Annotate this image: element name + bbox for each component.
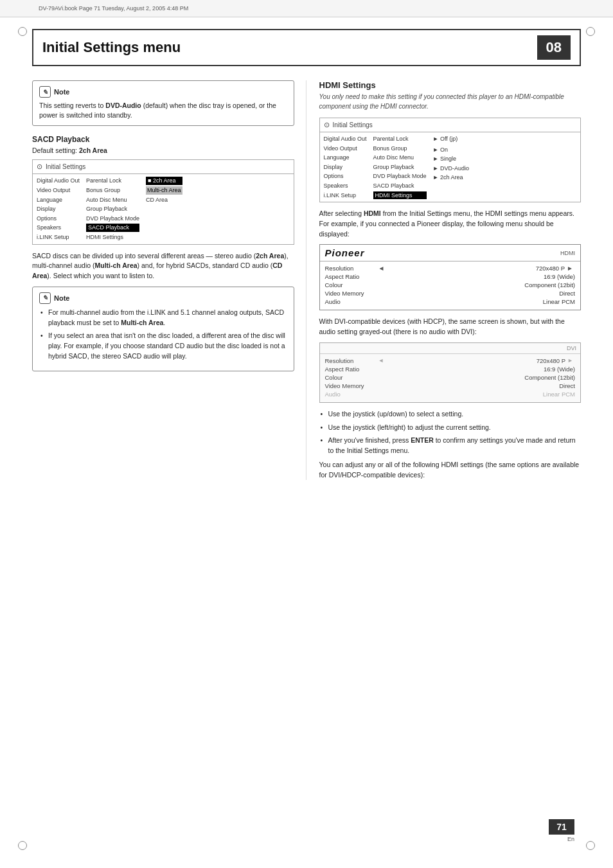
settings2-left-item: Language (324, 154, 367, 162)
dvi-row-label: Aspect Ratio (325, 366, 377, 373)
sacd-default-value: 2ch Area (79, 146, 107, 154)
body-text-1: SACD discs can be divided up into severa… (32, 251, 294, 281)
meta-bar: DV-79AVi.book Page 71 Tuesday, August 2,… (0, 0, 613, 17)
note-box-1: ✎ Note This setting reverts to DVD-Audio… (32, 80, 294, 126)
pioneer-hdmi-label: HDMI (560, 250, 575, 256)
pioneer-logo: Pioneer (325, 247, 365, 258)
sacd-heading: SACD Playback (32, 135, 294, 144)
right-bullet-1: Use the joystick (up/down) to select a s… (319, 409, 582, 420)
settings-box-2-title: Initial Settings (333, 121, 373, 128)
pioneer-row: ColourComponent (12bit) (325, 281, 576, 289)
pioneer-nav-right[interactable]: ► (567, 265, 573, 272)
dvi-nav-left[interactable]: ◄ (378, 357, 384, 364)
hdmi-intro: You only need to make this setting if yo… (319, 93, 582, 111)
settings2-right-item: ► Single (433, 155, 469, 163)
settings2-left-item: Video Output (324, 145, 367, 153)
note-header-2: ✎ Note (39, 292, 287, 304)
body-text-3: With DVI-compatible devices (with HDCP),… (319, 317, 582, 337)
settings-mid-item: Parental Lock (86, 177, 139, 185)
settings2-left-item: Options (324, 172, 367, 181)
settings-icon-2: ⊙ (324, 121, 330, 129)
sacd-default: Default setting: 2ch Area (32, 146, 294, 154)
settings2-mid-item: HDMI Settings (373, 191, 427, 200)
pioneer-row-label: Audio (325, 298, 377, 305)
note-2-bullets: For multi-channel audio from the i.LINK … (39, 308, 287, 362)
settings-box-1-body: Digital Audio OutVideo OutputLanguageDis… (33, 174, 294, 244)
pioneer-nav-left[interactable]: ◄ (378, 265, 385, 272)
pioneer-row-value: 720x480 P (386, 265, 565, 272)
note-2-bullet-2: If you select an area that isn't on the … (39, 331, 287, 361)
pioneer-row-label: Video Memory (325, 290, 377, 297)
dvi-header: DVI (320, 343, 581, 354)
right-column: HDMI Settings You only need to make this… (306, 80, 582, 480)
settings2-right-item: ► On (433, 146, 469, 154)
settings2-mid-item: Parental Lock (373, 135, 427, 143)
right-bullet-list: Use the joystick (up/down) to select a s… (319, 409, 582, 456)
dvi-nav-right[interactable]: ► (567, 357, 573, 364)
left-column: ✎ Note This setting reverts to DVD-Audio… (32, 80, 306, 480)
page-number: 71 (549, 819, 574, 835)
right-bullet-2: Use the joystick (left/right) to adjust … (319, 423, 582, 433)
settings-right-item: ■ 2ch Area (146, 177, 182, 185)
pioneer-row: Aspect Ratio16:9 (Wide) (325, 272, 576, 281)
page-number-area: 71 En (549, 819, 574, 842)
settings-col-left-1: Digital Audio OutVideo OutputLanguageDis… (37, 177, 80, 241)
note-2-bullet-1: For multi-channel audio from the i.LINK … (39, 308, 287, 328)
settings2-right-item: ► DVD-Audio (433, 164, 469, 173)
body1-text: SACD discs can be divided up into severa… (32, 252, 289, 280)
settings2-mid-item: Bonus Group (373, 145, 427, 153)
content-area: ✎ Note This setting reverts to DVD-Audio… (0, 74, 613, 486)
settings-box-1: ⊙ Initial Settings Digital Audio OutVide… (32, 159, 294, 244)
dvi-row-value: Direct (377, 382, 576, 389)
pioneer-row-value: Component (12bit) (377, 281, 576, 288)
dvi-row-value: 720x480 P (386, 357, 565, 364)
note-icon-2: ✎ (39, 292, 51, 304)
dvi-box: DVI Resolution◄720x480 P►Aspect Ratio16:… (319, 342, 582, 403)
settings-mid-item: HDMI Settings (86, 233, 139, 242)
corner-mark-tl (18, 27, 27, 36)
pioneer-row-label: Aspect Ratio (325, 273, 377, 280)
dvi-row-label: Audio (325, 391, 377, 398)
settings2-mid-item: Auto Disc Menu (373, 154, 427, 162)
bottom-text: You can adjust any or all of the followi… (319, 460, 582, 481)
settings2-left-item: Digital Audio Out (324, 135, 367, 143)
settings-mid-item: Bonus Group (86, 186, 139, 195)
pioneer-row-label: Resolution (325, 265, 377, 272)
corner-mark-br (586, 841, 595, 850)
pioneer-table: Resolution◄720x480 P►Aspect Ratio16:9 (W… (320, 261, 581, 310)
note-bold-1: DVD-Audio (105, 102, 141, 109)
corner-mark-tr (586, 27, 595, 36)
right-bullet-3: After you've finished, press ENTER to co… (319, 436, 582, 456)
pioneer-header: Pioneer HDMI (320, 245, 581, 261)
settings2-left-item: Display (324, 163, 367, 172)
settings-left-item: Digital Audio Out (37, 177, 80, 185)
hdmi-heading: HDMI Settings (319, 80, 582, 90)
settings2-right-item: ► Off (jp) (433, 135, 469, 143)
note-box-2: ✎ Note For multi-channel audio from the … (32, 287, 294, 371)
settings2-mid-item: DVD Playback Mode (373, 172, 427, 181)
settings-left-item: Options (37, 215, 80, 223)
dvi-row: AudioLinear PCM (325, 390, 576, 398)
dvi-row-value: Linear PCM (377, 391, 576, 398)
settings-left-item: Speakers (37, 224, 80, 232)
dvi-row-value: Component (12bit) (377, 374, 576, 381)
pioneer-row: Video MemoryDirect (325, 289, 576, 297)
settings-col-right-1: ■ 2ch AreaMulti-ch AreaCD Area (146, 177, 182, 241)
note-label-2: Note (54, 294, 69, 302)
chapter-header: Initial Settings menu 08 (32, 29, 581, 66)
chapter-number: 08 (537, 35, 571, 60)
settings-icon-1: ⊙ (37, 163, 42, 171)
note-text-1a: This setting reverts to (39, 102, 105, 109)
settings-col-mid-1: Parental LockBonus GroupAuto Disc MenuGr… (86, 177, 139, 241)
settings2-left-item: Speakers (324, 182, 367, 190)
dvi-table: Resolution◄720x480 P►Aspect Ratio16:9 (W… (320, 354, 581, 402)
settings-mid-item: Auto Disc Menu (86, 196, 139, 204)
settings-box-2-header: ⊙ Initial Settings (320, 118, 581, 132)
settings-left-item: Language (37, 196, 80, 204)
dvi-row: Video MemoryDirect (325, 382, 576, 390)
body-text-2: After selecting HDMI from the Initial Se… (319, 209, 582, 239)
settings-right-item: CD Area (146, 196, 182, 204)
settings-box-1-header: ⊙ Initial Settings (33, 160, 294, 174)
settings-mid-item: SACD Playback (86, 224, 139, 232)
dvi-row: Aspect Ratio16:9 (Wide) (325, 365, 576, 373)
